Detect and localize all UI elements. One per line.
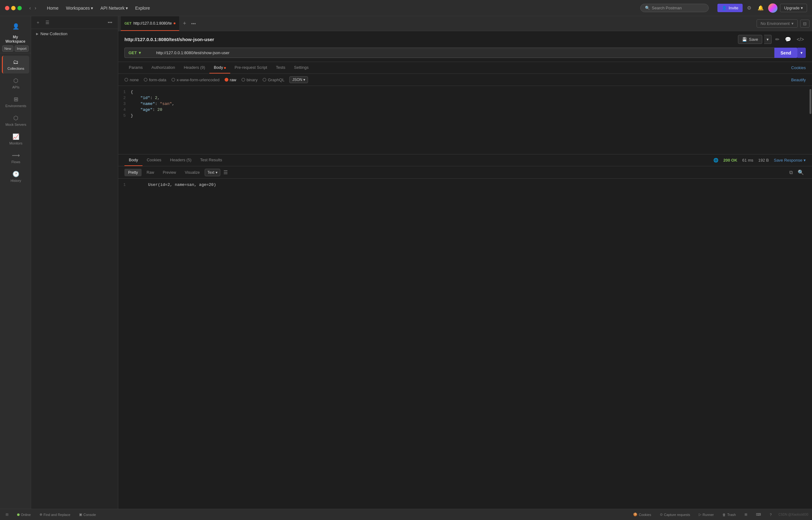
statusbar-panel-toggle[interactable]: ⊟ [4, 511, 10, 518]
cookies-link[interactable]: Cookies [791, 66, 806, 70]
url-input[interactable] [152, 48, 774, 58]
editor-scrollbar[interactable] [810, 89, 811, 114]
code-icon-button[interactable]: </> [795, 35, 806, 44]
new-button[interactable]: New [2, 46, 13, 52]
copy-button[interactable]: ⧉ [787, 168, 794, 177]
response-time: 61 ms [742, 158, 753, 162]
history-icon: 🕐 [12, 171, 19, 178]
add-collection-button[interactable]: + [35, 19, 41, 26]
invite-button[interactable]: 👤 Invite [718, 4, 743, 12]
import-button[interactable]: Import [15, 46, 29, 52]
method-select[interactable]: GET ▾ [124, 48, 152, 58]
sidebar-item-history[interactable]: 🕐 History [2, 167, 29, 186]
request-area: http://127.0.0.1:8080/test/show-json-use… [118, 31, 812, 62]
radio-raw [225, 78, 228, 82]
response-format-bar: Pretty Raw Preview Visualize Text ▾ ☰ ⧉ … [118, 166, 812, 179]
format-pretty-button[interactable]: Pretty [124, 169, 142, 176]
sidebar-item-collections[interactable]: 🗂 Collections [2, 56, 29, 74]
code-editor[interactable]: 1 { 2 "id": 2, 3 "name": "san", 4 "age":… [118, 86, 812, 154]
statusbar-online[interactable]: Online [15, 512, 33, 518]
send-button[interactable]: Send [774, 48, 797, 58]
sidebar-item-mock-servers[interactable]: ⬡ Mock Servers [2, 111, 29, 130]
statusbar-help[interactable]: ? [768, 512, 774, 518]
chevron-down-icon: ▾ [216, 170, 218, 175]
word-wrap-button[interactable]: ☰ [222, 168, 230, 177]
text-format-select[interactable]: Text ▾ [205, 169, 220, 176]
req-tab-params[interactable]: Params [124, 62, 147, 74]
search-response-button[interactable]: 🔍 [796, 168, 806, 177]
body-graphql-option[interactable]: GraphQL [262, 78, 284, 82]
sidebar-item-flows[interactable]: ⟿ Flows [2, 149, 29, 167]
json-format-select[interactable]: JSON ▾ [289, 76, 308, 83]
body-dot [224, 67, 226, 69]
statusbar-capture[interactable]: ⊙ Capture requests [658, 511, 692, 518]
layout-button[interactable]: ⊟ [800, 20, 810, 28]
format-visualize-button[interactable]: Visualize [181, 169, 203, 176]
body-none-option[interactable]: none [124, 78, 139, 82]
nav-workspaces[interactable]: Workspaces ▾ [63, 4, 96, 12]
request-tab-active[interactable]: GET http://127.0.0.1:8080/te [121, 16, 179, 31]
req-tab-settings[interactable]: Settings [290, 62, 313, 74]
add-tab-button[interactable]: + [180, 20, 189, 27]
req-tab-pre-request[interactable]: Pre-request Script [230, 62, 272, 74]
response-actions: ⧉ 🔍 [787, 168, 806, 177]
body-form-data-option[interactable]: form-data [144, 78, 166, 82]
back-button[interactable]: ‹ [28, 5, 32, 11]
avatar[interactable] [768, 3, 778, 13]
tab-more-button[interactable]: ••• [190, 21, 197, 26]
close-button[interactable] [5, 6, 9, 10]
minimize-button[interactable] [11, 6, 16, 10]
new-collection-item[interactable]: ▶ New Collection [31, 29, 118, 38]
body-binary-option[interactable]: binary [242, 78, 258, 82]
nav-api-network[interactable]: API Network ▾ [97, 4, 131, 12]
format-preview-button[interactable]: Preview [159, 169, 180, 176]
environment-dropdown[interactable]: No Environment ▾ [757, 19, 798, 28]
statusbar-keyboard[interactable]: ⌨ [754, 511, 763, 518]
sidebar-item-apis[interactable]: ⬡ APIs [2, 74, 29, 92]
nav-home[interactable]: Home [44, 4, 62, 12]
statusbar-trash[interactable]: 🗑 Trash [721, 512, 738, 518]
save-icon: 💾 [742, 37, 747, 42]
more-options-button[interactable]: ••• [106, 19, 114, 26]
send-dropdown-button[interactable]: ▾ [797, 48, 806, 58]
req-tab-tests[interactable]: Tests [272, 62, 290, 74]
response-size: 192 B [758, 158, 769, 162]
maximize-button[interactable] [18, 6, 22, 10]
forward-button[interactable]: › [33, 5, 37, 11]
search-bar[interactable]: 🔍 Search Postman [640, 4, 709, 12]
response-tab-cookies[interactable]: Cookies [142, 154, 166, 166]
statusbar-cookies[interactable]: 🍪 Cookies [631, 511, 653, 518]
sidebar-item-monitors[interactable]: 📈 Monitors [2, 130, 29, 148]
sidebar-item-environments[interactable]: ⊞ Environments [2, 93, 29, 111]
body-raw-option[interactable]: raw [225, 78, 236, 82]
comment-icon-button[interactable]: 💬 [783, 35, 793, 44]
code-line-1: 1 { [118, 89, 812, 95]
req-tab-body[interactable]: Body [209, 62, 230, 74]
upgrade-button[interactable]: Upgrade ▾ [780, 4, 807, 12]
response-tabs-bar: Body Cookies Headers (5) Test Results 🌐 … [118, 154, 812, 166]
save-button[interactable]: 💾 Save [738, 35, 762, 44]
save-dropdown-button[interactable]: ▾ [764, 35, 772, 44]
notifications-button[interactable]: 🔔 [756, 4, 766, 12]
settings-button[interactable]: ⚙ [745, 4, 753, 12]
save-response-button[interactable]: Save Response ▾ [774, 158, 806, 162]
req-tab-headers[interactable]: Headers (9) [179, 62, 210, 74]
statusbar-console[interactable]: ▣ Console [77, 511, 98, 518]
statusbar-layout[interactable]: ⊞ [743, 511, 749, 518]
edit-icon-button[interactable]: ✏ [774, 35, 781, 44]
statusbar-find-replace[interactable]: ⊕ Find and Replace [38, 511, 72, 518]
response-tab-test-results[interactable]: Test Results [196, 154, 226, 166]
format-raw-button[interactable]: Raw [143, 169, 158, 176]
beautify-button[interactable]: Beautify [791, 78, 806, 82]
filter-button[interactable]: ☰ [44, 19, 51, 26]
req-tab-authorization[interactable]: Authorization [147, 62, 179, 74]
statusbar-runner[interactable]: ▷ Runner [697, 511, 716, 518]
tabs-right: No Environment ▾ ⊟ [757, 19, 810, 28]
response-tab-headers[interactable]: Headers (5) [166, 154, 196, 166]
response-content: User(id=2, name=san, age=20) [131, 182, 216, 187]
tab-url: http://127.0.0.1:8080/te [134, 21, 172, 26]
body-urlencoded-option[interactable]: x-www-form-urlencoded [171, 78, 220, 82]
response-tab-body[interactable]: Body [124, 154, 142, 166]
code-line-2: 2 "id": 2, [118, 95, 812, 101]
nav-explore[interactable]: Explore [132, 4, 153, 12]
